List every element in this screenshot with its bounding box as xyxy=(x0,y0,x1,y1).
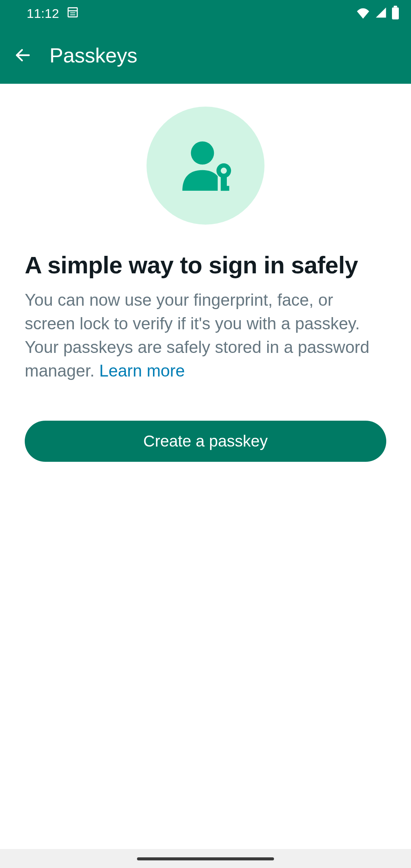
arrow-left-icon xyxy=(14,46,32,64)
svg-rect-11 xyxy=(221,186,229,191)
back-button[interactable] xyxy=(8,40,38,70)
nav-handle[interactable] xyxy=(137,857,274,860)
description-text: You can now use your fingerprint, face, … xyxy=(25,290,370,380)
svg-point-7 xyxy=(191,141,214,164)
hero-illustration xyxy=(147,107,264,225)
battery-icon xyxy=(391,6,400,21)
headline: A simple way to sign in safely xyxy=(25,251,358,279)
person-key-icon xyxy=(175,138,236,193)
wifi-icon xyxy=(355,6,371,20)
status-bar: 11:12 xyxy=(0,0,411,27)
svg-rect-4 xyxy=(394,6,397,8)
status-right xyxy=(355,6,400,21)
create-passkey-button[interactable]: Create a passkey xyxy=(25,421,386,462)
signal-icon xyxy=(374,6,387,20)
main-content: A simple way to sign in safely You can n… xyxy=(0,84,411,462)
calendar-icon xyxy=(67,6,79,21)
learn-more-link[interactable]: Learn more xyxy=(99,361,185,380)
svg-rect-0 xyxy=(68,8,77,17)
page-title: Passkeys xyxy=(49,43,137,67)
description-block: You can now use your fingerprint, face, … xyxy=(25,288,386,383)
status-left: 11:12 xyxy=(27,6,79,21)
svg-rect-5 xyxy=(392,8,399,20)
status-time: 11:12 xyxy=(27,6,59,21)
svg-point-9 xyxy=(221,168,227,174)
app-bar: Passkeys xyxy=(0,27,411,84)
